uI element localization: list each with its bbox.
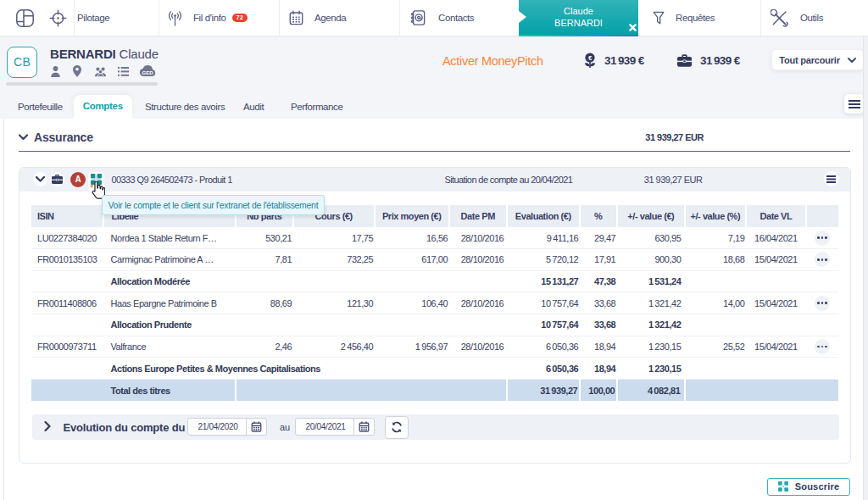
- svg-text:GED: GED: [142, 70, 153, 75]
- svg-text:€: €: [588, 54, 593, 62]
